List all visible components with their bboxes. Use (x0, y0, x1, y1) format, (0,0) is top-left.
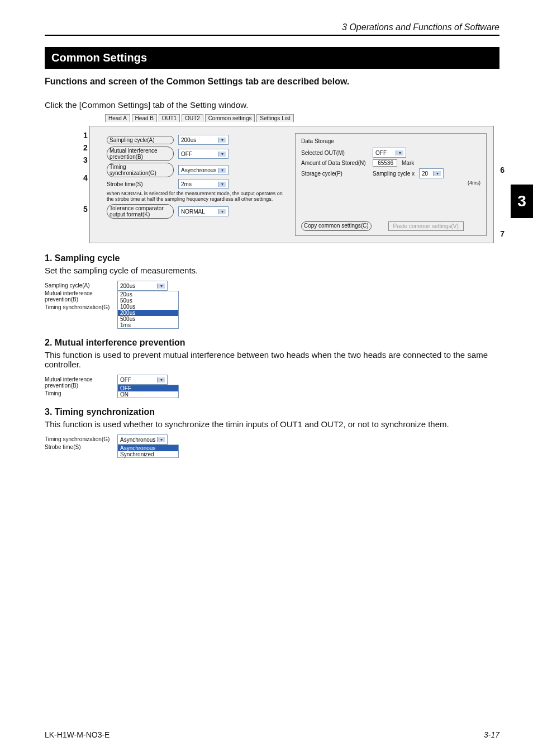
list-item[interactable]: 200us (118, 310, 178, 316)
paste-settings-button[interactable]: Paste common settings(V) (388, 221, 464, 231)
timing-value: Asynchronous (181, 167, 216, 173)
callout-5: 5 (83, 205, 88, 214)
callout-3: 3 (83, 155, 88, 164)
callout-2: 2 (83, 143, 88, 152)
section-3-heading: 3. Timing synchronization (45, 407, 499, 417)
page-number: 3-17 (484, 730, 499, 739)
amount-stored-value[interactable]: 65536 (373, 159, 397, 167)
amount-stored-label: Amount of Data Stored(N) (301, 160, 368, 166)
running-head: 3 Operations and Functions of Software (45, 22, 499, 36)
strobe-note: When NORMAL is selected for the measurem… (107, 191, 286, 202)
list-item[interactable]: 1ms (118, 322, 178, 328)
list-item[interactable]: 20us (118, 291, 178, 297)
storage-cycle-mid: Sampling cycle x (373, 171, 415, 177)
storage-cycle-note: (4ms) (301, 180, 480, 186)
callout-4: 4 (83, 173, 88, 182)
tolerance-value: NORMAL (181, 209, 205, 215)
s3-select[interactable]: Asynchronous ▾ (117, 434, 168, 445)
sampling-select[interactable]: 200us ▾ (178, 135, 229, 145)
data-storage-heading: Data Storage (301, 138, 480, 144)
section-3-body: This function is used whether to synchro… (45, 419, 499, 429)
sampling-value: 200us (181, 137, 196, 143)
chevron-down-icon: ▾ (433, 171, 441, 176)
s1-label-0: Sampling cycle(A) (45, 282, 112, 289)
footer-left: LK-H1W-M-NO3-E (45, 730, 110, 739)
tolerance-select[interactable]: NORMAL ▾ (178, 206, 229, 216)
s3-label-0: Timing synchronization(G) (45, 436, 112, 442)
chevron-down-icon: ▾ (218, 138, 226, 143)
list-item[interactable]: 50us (118, 297, 178, 304)
list-item[interactable]: 500us (118, 316, 178, 322)
mip-select[interactable]: OFF ▾ (178, 149, 229, 159)
mip-value: OFF (181, 151, 192, 157)
tab-settings-list[interactable]: Settings List (256, 114, 293, 122)
selected-out-select[interactable]: OFF ▾ (373, 148, 406, 158)
chevron-down-icon: ▾ (157, 284, 165, 289)
section-2-heading: 2. Mutual interference prevention (45, 338, 499, 348)
settings-panel: 1 2 3 4 5 Sampling cycle(A) 200us ▾ Mutu… (89, 126, 494, 243)
intro-text: Click the [Common Settings] tab of the S… (45, 100, 499, 110)
tab-common[interactable]: Common settings (205, 114, 255, 122)
storage-cycle-label: Storage cycle(P) (301, 171, 368, 177)
strobe-select[interactable]: 2ms ▾ (178, 179, 229, 189)
s2-label-1: Timing (45, 390, 112, 396)
list-item[interactable]: ON (118, 391, 178, 398)
timing-label: Timing synchronization(G) (107, 163, 174, 177)
selected-out-value: OFF (375, 150, 387, 156)
list-item[interactable]: OFF (118, 385, 178, 391)
mip-label: Mutual interference prevention(B) (107, 147, 174, 161)
tab-out1[interactable]: OUT1 (159, 114, 180, 122)
callout-7: 7 (500, 229, 505, 238)
s3-select-value: Asynchronous (120, 437, 155, 443)
storage-cycle-select[interactable]: 20 ▾ (419, 168, 444, 178)
list-item[interactable]: Synchronized (118, 451, 178, 457)
s2-select[interactable]: OFF ▾ (117, 375, 168, 385)
s1-dropdown-list[interactable]: 20us 50us 100us 200us 500us 1ms (117, 291, 179, 329)
chevron-down-icon: ▾ (218, 182, 226, 187)
tab-head-b[interactable]: Head B (132, 114, 157, 122)
sampling-label: Sampling cycle(A) (107, 136, 174, 144)
page-title: Common Settings (45, 47, 499, 69)
s3-label-1: Strobe time(S) (45, 444, 112, 450)
s1-select-value: 200us (120, 283, 135, 289)
s1-select[interactable]: 200us ▾ (117, 281, 168, 291)
section-2-figure: Mutual interference prevention(B) Timing… (45, 375, 499, 398)
section-1-body: Set the sampling cycle of measurements. (45, 266, 499, 275)
chevron-down-icon: ▾ (157, 437, 165, 442)
strobe-label: Strobe time(S) (107, 181, 174, 187)
s2-dropdown-list[interactable]: OFF ON (117, 385, 179, 398)
tab-strip: Head A Head B OUT1 OUT2 Common settings … (89, 115, 494, 124)
strobe-value: 2ms (181, 181, 192, 187)
chevron-down-icon: ▾ (218, 209, 226, 214)
list-item[interactable]: Asynchronous (118, 445, 178, 451)
tab-out2[interactable]: OUT2 (182, 114, 203, 122)
lead-text: Functions and screen of the Common Setti… (45, 77, 499, 87)
chevron-down-icon: ▾ (218, 152, 226, 157)
storage-cycle-value: 20 (422, 171, 428, 177)
timing-select[interactable]: Asynchronous ▾ (178, 165, 229, 175)
section-1-figure: Sampling cycle(A) Mutual interference pr… (45, 281, 499, 329)
s1-label-2: Timing synchronization(G) (45, 304, 112, 310)
section-2-body: This function is used to prevent mutual … (45, 350, 499, 369)
callout-1: 1 (83, 131, 88, 140)
s2-label-0: Mutual interference prevention(B) (45, 376, 112, 389)
tolerance-label: Tolerance comparator output format(K) (107, 204, 174, 219)
callout-6: 6 (500, 166, 505, 174)
chevron-down-icon: ▾ (157, 377, 165, 382)
tab-head-a[interactable]: Head A (105, 114, 130, 122)
chevron-down-icon: ▾ (396, 150, 403, 155)
amount-stored-suffix: Mark (402, 160, 414, 166)
chapter-tab: 3 (511, 185, 533, 218)
s2-select-value: OFF (120, 377, 131, 383)
copy-settings-button[interactable]: Copy common settings(C) (301, 221, 372, 231)
list-item[interactable]: 100us (118, 304, 178, 310)
chevron-down-icon: ▾ (218, 168, 226, 173)
s1-label-1: Mutual interference prevention(B) (45, 290, 112, 303)
s3-dropdown-list[interactable]: Asynchronous Synchronized (117, 445, 179, 458)
section-1-heading: 1. Sampling cycle (45, 253, 499, 263)
selected-out-label: Selected OUT(M) (301, 150, 368, 156)
section-3-figure: Timing synchronization(G) Strobe time(S)… (45, 434, 499, 458)
